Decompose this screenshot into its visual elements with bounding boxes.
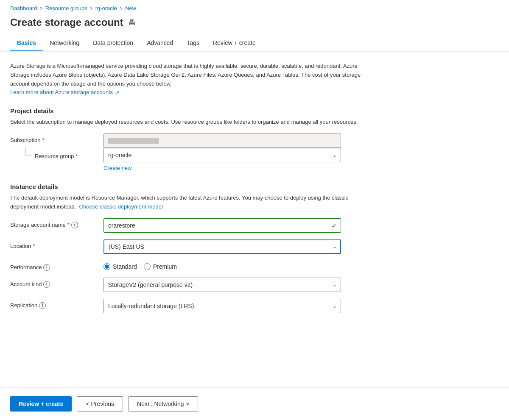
replication-info-icon[interactable]: i: [39, 302, 46, 309]
location-label: Location *: [10, 239, 103, 249]
rg-label: Resource group *: [31, 153, 78, 159]
tab-review-create[interactable]: Review + create: [206, 35, 263, 51]
subscription-redacted-display[interactable]: [103, 134, 341, 148]
subscription-redacted-bar: [108, 138, 159, 144]
tabs-container: Basics Networking Data protection Advanc…: [0, 35, 509, 52]
review-create-button[interactable]: Review + create: [10, 396, 72, 412]
replication-select-wrap: Locally-redundant storage (LRS) Geo-redu…: [103, 299, 341, 313]
breadcrumb-sep-2: >: [90, 6, 93, 11]
breadcrumb-dashboard[interactable]: Dashboard: [10, 5, 37, 11]
breadcrumb: Dashboard > Resource groups > rg-oracle …: [0, 0, 509, 15]
performance-form-group: Performance i Standard Premium: [10, 261, 392, 271]
project-details-header: Project details: [10, 107, 499, 114]
page-title: Create storage account: [10, 17, 123, 28]
performance-premium-option[interactable]: Premium: [144, 263, 177, 270]
location-select-wrap: (US) East US (US) West US (US) West US 2…: [103, 239, 341, 254]
tab-tags[interactable]: Tags: [180, 35, 206, 51]
storage-account-name-label: Storage account name * i: [10, 218, 103, 228]
rg-select-wrap: rg-oracle ⌄: [103, 148, 341, 162]
print-icon[interactable]: 🖶: [129, 18, 136, 27]
rg-bracket-area: Resource group *: [10, 148, 103, 159]
account-kind-form-group: Account kind i StorageV2 (general purpos…: [10, 278, 392, 292]
replication-label: Replication i: [10, 299, 103, 309]
rg-control-wrap: rg-oracle ⌄ Create new: [103, 148, 341, 171]
resource-group-select[interactable]: rg-oracle: [103, 148, 341, 162]
breadcrumb-resource-groups[interactable]: Resource groups: [45, 5, 87, 11]
subscription-required-star: *: [42, 137, 45, 143]
breadcrumb-sep-3: >: [120, 6, 123, 11]
storage-name-required-star: *: [67, 222, 70, 228]
previous-button[interactable]: < Previous: [77, 396, 123, 412]
rg-bracket-shape: [25, 147, 31, 156]
external-link-icon: ↗: [115, 90, 119, 95]
tab-basics[interactable]: Basics: [10, 35, 43, 51]
storage-name-info-icon[interactable]: i: [71, 222, 78, 228]
tab-data-protection[interactable]: Data protection: [86, 35, 140, 51]
performance-standard-radio[interactable]: [103, 263, 110, 270]
instance-details-desc: The default deployment model is Resource…: [10, 194, 375, 211]
storage-name-control: ✓: [103, 218, 341, 233]
breadcrumb-new[interactable]: New: [125, 5, 136, 11]
storage-name-valid-icon: ✓: [331, 221, 337, 229]
location-control: (US) East US (US) West US (US) West US 2…: [103, 239, 341, 254]
location-required-star: *: [33, 243, 35, 249]
tab-advanced[interactable]: Advanced: [140, 35, 180, 51]
storage-account-name-group: Storage account name * i ✓: [10, 218, 392, 233]
breadcrumb-sep-1: >: [40, 6, 43, 11]
project-details-desc: Select the subscription to manage deploy…: [10, 118, 375, 127]
replication-control: Locally-redundant storage (LRS) Geo-redu…: [103, 299, 341, 313]
location-form-group: Location * (US) East US (US) West US (US…: [10, 239, 392, 254]
resource-group-row: Resource group * rg-oracle ⌄ Create new: [10, 148, 499, 171]
account-kind-info-icon[interactable]: i: [43, 281, 50, 288]
account-kind-label: Account kind i: [10, 278, 103, 288]
performance-label: Performance i: [10, 261, 103, 271]
performance-standard-label: Standard: [113, 263, 137, 270]
replication-form-group: Replication i Locally-redundant storage …: [10, 299, 392, 313]
performance-radio-group: Standard Premium: [103, 261, 341, 270]
account-kind-select-wrap: StorageV2 (general purpose v2) Storage (…: [103, 278, 341, 292]
performance-control: Standard Premium: [103, 261, 341, 270]
create-new-rg-link[interactable]: Create new: [103, 165, 131, 171]
subscription-form-group: Subscription *: [10, 134, 392, 148]
tab-networking[interactable]: Networking: [43, 35, 86, 51]
performance-premium-radio[interactable]: [144, 263, 151, 270]
classic-deployment-link[interactable]: Choose classic deployment model: [79, 203, 163, 210]
subscription-label: Subscription *: [10, 134, 103, 143]
location-select[interactable]: (US) East US (US) West US (US) West US 2…: [103, 239, 341, 254]
learn-more-link[interactable]: Learn more about Azure storage accounts …: [10, 89, 119, 95]
main-content: Azure Storage is a Microsoft-managed ser…: [0, 52, 509, 387]
account-kind-control: StorageV2 (general purpose v2) Storage (…: [103, 278, 341, 292]
rg-required-star: *: [76, 153, 78, 159]
performance-premium-label: Premium: [153, 263, 177, 270]
subscription-select-wrap: [103, 134, 341, 148]
intro-text: Azure Storage is a Microsoft-managed ser…: [10, 62, 375, 97]
breadcrumb-rg-oracle[interactable]: rg-oracle: [95, 5, 117, 11]
storage-account-name-input[interactable]: [103, 218, 341, 233]
account-kind-select[interactable]: StorageV2 (general purpose v2) Storage (…: [103, 278, 341, 292]
performance-info-icon[interactable]: i: [43, 264, 50, 271]
subscription-control: [103, 134, 341, 148]
page-title-row: Create storage account 🖶: [0, 15, 509, 35]
next-networking-button[interactable]: Next : Networking >: [128, 396, 198, 412]
footer: Review + create < Previous Next : Networ…: [0, 387, 509, 420]
storage-name-input-wrap: ✓: [103, 218, 341, 233]
performance-standard-option[interactable]: Standard: [103, 263, 137, 270]
replication-select[interactable]: Locally-redundant storage (LRS) Geo-redu…: [103, 299, 341, 313]
instance-details-header: Instance details: [10, 183, 499, 190]
